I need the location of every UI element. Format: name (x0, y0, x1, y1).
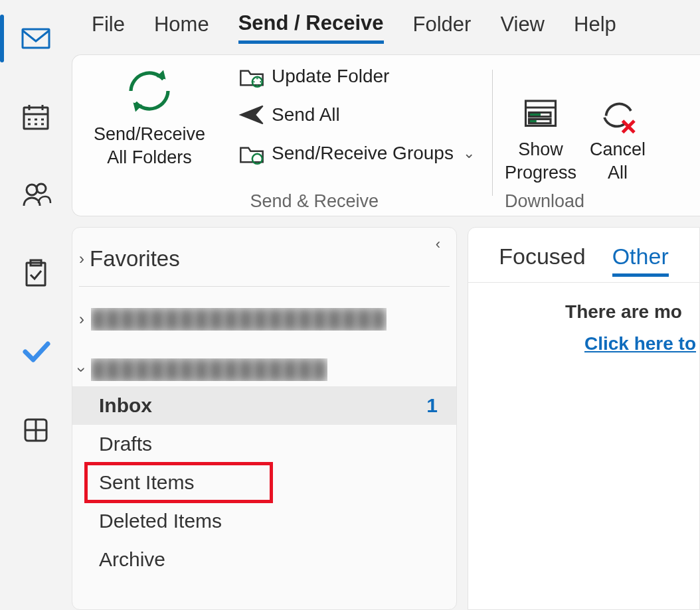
send-receive-all-label: Send/Receive All Folders (94, 123, 205, 169)
menu-folder[interactable]: Folder (413, 13, 472, 42)
menu-file[interactable]: File (92, 13, 125, 42)
rail-people[interactable] (16, 175, 56, 215)
folder-label: Sent Items (99, 471, 194, 494)
cancel-all-button[interactable]: Cancel All (590, 94, 646, 185)
folder-sent-items[interactable]: Sent Items (86, 463, 272, 502)
tab-focused[interactable]: Focused (499, 244, 585, 277)
show-progress-button[interactable]: Show Progress (505, 94, 576, 185)
folder-inbox[interactable]: Inbox 1 (72, 386, 456, 425)
people-icon (20, 179, 52, 211)
click-here-link[interactable]: Click here to (468, 333, 699, 354)
send-receive-groups-label: Send/Receive Groups (272, 143, 454, 164)
svg-point-11 (27, 185, 37, 195)
folder-drafts[interactable]: Drafts (72, 425, 456, 463)
send-receive-all-button[interactable]: Send/Receive All Folders (94, 63, 205, 169)
rail-tasks[interactable] (16, 254, 56, 293)
svg-rect-0 (23, 29, 49, 48)
folder-label: Drafts (99, 433, 152, 455)
ribbon: Send/Receive All Folders Update Folder (72, 54, 700, 216)
send-icon (238, 102, 265, 128)
account-1-row[interactable]: › ████████████████████ (72, 303, 456, 336)
menu-send-receive[interactable]: Send / Receive (238, 11, 384, 44)
update-folder-label: Update Folder (272, 66, 389, 87)
account-2-name: ████████████████ (91, 358, 327, 381)
more-items-notice: There are mo (468, 301, 699, 323)
divider (79, 286, 450, 287)
rail-mail[interactable] (16, 19, 56, 58)
folder-pane: ‹ › Favorites › ████████████████████ › █… (72, 227, 457, 610)
ribbon-group-label-download: Download (505, 191, 584, 212)
app-nav-rail (0, 0, 72, 610)
chevron-down-icon: › (72, 367, 91, 372)
progress-window-icon (521, 94, 561, 134)
send-all-button[interactable]: Send All (238, 102, 475, 128)
menu-home[interactable]: Home (154, 13, 209, 42)
ribbon-group-label-send-receive: Send & Receive (250, 191, 379, 212)
folder-sync-groups-icon (238, 140, 265, 167)
send-receive-groups-button[interactable]: Send/Receive Groups ⌄ (238, 140, 475, 167)
folder-sync-icon (238, 63, 265, 90)
check-icon (20, 336, 52, 368)
update-folder-button[interactable]: Update Folder (238, 63, 475, 90)
rail-calendar[interactable] (16, 97, 56, 137)
sync-large-icon (122, 63, 177, 119)
collapse-pane-button[interactable]: ‹ (436, 236, 440, 253)
rail-todo[interactable] (16, 332, 56, 372)
mail-icon (20, 23, 52, 54)
rail-apps[interactable] (16, 410, 56, 450)
account-2-row[interactable]: › ████████████████ (72, 353, 456, 386)
tab-other[interactable]: Other (612, 244, 669, 277)
calendar-icon (20, 101, 52, 133)
show-progress-label: Show Progress (505, 138, 576, 185)
folder-label: Deleted Items (99, 510, 222, 532)
folder-deleted-items[interactable]: Deleted Items (72, 502, 456, 540)
menu-bar: File Home Send / Receive Folder View Hel… (72, 0, 700, 54)
clipboard-check-icon (20, 258, 52, 289)
cancel-all-label: Cancel All (590, 138, 646, 185)
sync-cancel-icon (598, 94, 638, 134)
folder-label: Inbox (99, 394, 152, 417)
chevron-right-icon: › (79, 310, 84, 329)
focused-other-tabs: Focused Other (468, 244, 699, 283)
chevron-right-icon: › (79, 250, 84, 268)
favorites-label: Favorites (90, 246, 180, 271)
favorites-header[interactable]: › Favorites (72, 234, 456, 283)
folder-count: 1 (426, 394, 438, 417)
grid-icon (20, 414, 52, 446)
svg-rect-1 (24, 108, 48, 129)
menu-view[interactable]: View (500, 13, 545, 42)
menu-help[interactable]: Help (574, 13, 616, 42)
chevron-down-icon: ⌄ (463, 145, 475, 162)
send-all-label: Send All (272, 104, 340, 125)
folder-archive[interactable]: Archive (72, 540, 456, 579)
message-list-pane: Focused Other There are mo Click here to (468, 227, 700, 610)
account-1-name: ████████████████████ (91, 308, 387, 331)
folder-label: Archive (99, 548, 165, 571)
